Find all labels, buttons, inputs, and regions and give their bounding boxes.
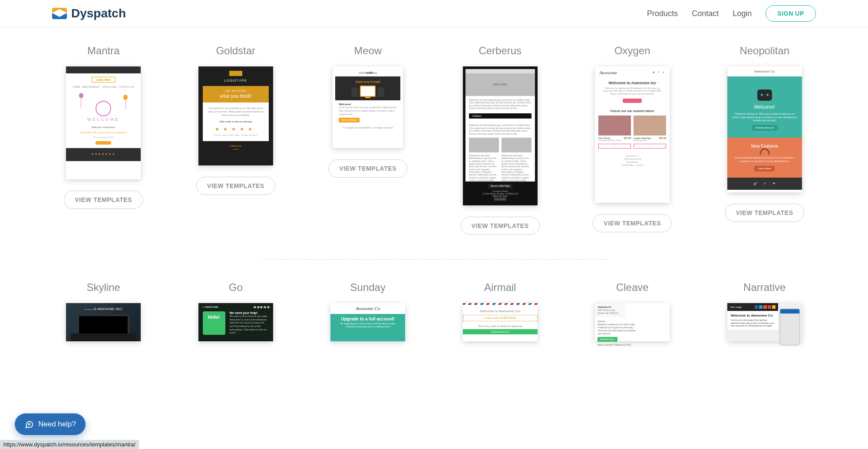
- template-thumb-neopolitan[interactable]: Awesome Co Welcome! Thanks for signing u…: [727, 66, 802, 192]
- template-title: Narrative: [743, 281, 785, 294]
- template-thumb-airmail[interactable]: Welcome to Awesome Co! Coupon code 13549…: [463, 303, 538, 341]
- primary-nav: Products Contact Login SIGN UP: [647, 5, 816, 22]
- template-title: Goldstar: [216, 45, 255, 57]
- template-thumb-oxygen[interactable]: Awesome ♥ f ≡ Welcome to Awesome Inc Tha…: [595, 66, 670, 203]
- templates-row-2: Skyline ———D AWESOME INC! Go ★AWESOME ▦ …: [48, 281, 820, 341]
- template-card-cerberus: Cerberus 600×300 Maecenas sed ante pelle…: [445, 45, 556, 235]
- nav-contact[interactable]: Contact: [692, 9, 719, 18]
- brand-name: Dyspatch: [71, 7, 126, 20]
- template-title: Go: [229, 281, 243, 294]
- template-card-neopolitan: Neopolitan Awesome Co Welcome! Thanks fo…: [709, 45, 821, 235]
- site-header: Dyspatch Products Contact Login SIGN UP: [0, 0, 868, 27]
- template-title: Sunday: [350, 281, 386, 294]
- template-thumb-narrative[interactable]: Your Logo Welcome to Awesome Co You're o…: [727, 303, 802, 341]
- template-thumb-mantra[interactable]: LoGo Here HOME · NEW PRODUCT · CATALOGUE…: [66, 66, 141, 179]
- template-card-narrative: Narrative Your Logo Welcome to Awesome C…: [709, 281, 821, 341]
- template-card-cleave: Cleave Awesome Co 1337 Swuby Lane Victor…: [577, 281, 688, 341]
- nav-login[interactable]: Login: [733, 9, 752, 18]
- logo-icon: [52, 8, 67, 19]
- view-templates-button[interactable]: VIEW TEMPLATES: [725, 204, 804, 222]
- templates-gallery: Mantra LoGo Here HOME · NEW PRODUCT · CA…: [0, 27, 868, 350]
- signup-button[interactable]: SIGN UP: [766, 5, 816, 22]
- template-title: Mantra: [87, 45, 120, 57]
- template-thumb-meow[interactable]: sendwithus Welcome Email! Welcome! Lorem…: [333, 66, 403, 148]
- template-thumb-goldstar[interactable]: LOGOTYPE LET US KNOW what you think! You…: [198, 66, 273, 165]
- view-templates-button[interactable]: VIEW TEMPLATES: [196, 177, 275, 195]
- brand-logo[interactable]: Dyspatch: [52, 7, 126, 20]
- template-card-goldstar: Goldstar LOGOTYPE LET US KNOW what you t…: [180, 45, 292, 235]
- view-templates-button[interactable]: VIEW TEMPLATES: [593, 214, 672, 232]
- template-card-mantra: Mantra LoGo Here HOME · NEW PRODUCT · CA…: [48, 45, 159, 235]
- nav-products[interactable]: Products: [647, 9, 678, 18]
- template-card-skyline: Skyline ———D AWESOME INC!: [48, 281, 159, 341]
- template-card-go: Go ★AWESOME ▦ ▦ ▦ ▦ ▦ Hello! We need you…: [180, 281, 292, 341]
- template-card-meow: Meow sendwithus Welcome Email! Welcome! …: [312, 45, 424, 235]
- social-icons: ♥ f ≡: [653, 71, 665, 74]
- templates-row-1: Mantra LoGo Here HOME · NEW PRODUCT · CA…: [48, 45, 820, 235]
- template-thumb-skyline[interactable]: ———D AWESOME INC!: [66, 303, 141, 341]
- template-card-airmail: Airmail Welcome to Awesome Co! Coupon co…: [445, 281, 556, 341]
- view-templates-button[interactable]: VIEW TEMPLATES: [328, 159, 407, 178]
- section-divider: [261, 259, 608, 260]
- template-title: Cerberus: [479, 45, 521, 57]
- template-title: Cleave: [616, 281, 649, 294]
- template-thumb-cerberus[interactable]: 600×300 Maecenas sed ante pellentesque, …: [463, 66, 538, 205]
- template-title: Skyline: [87, 281, 120, 294]
- template-title: Meow: [354, 45, 382, 57]
- view-templates-button[interactable]: VIEW TEMPLATES: [461, 217, 540, 235]
- template-title: Neopolitan: [739, 45, 789, 57]
- template-title: Airmail: [484, 281, 516, 294]
- template-thumb-sunday[interactable]: Awesome Co Upgrade to a full account! By…: [330, 303, 405, 341]
- template-thumb-cleave[interactable]: Awesome Co 1337 Swuby Lane Victoria, BC …: [595, 303, 670, 341]
- template-title: Oxygen: [614, 45, 650, 57]
- view-templates-button[interactable]: VIEW TEMPLATES: [64, 191, 143, 209]
- template-card-sunday: Sunday Awesome Co Upgrade to a full acco…: [312, 281, 424, 341]
- template-card-oxygen: Oxygen Awesome ♥ f ≡ Welcome to Awesome …: [577, 45, 688, 235]
- template-thumb-go[interactable]: ★AWESOME ▦ ▦ ▦ ▦ ▦ Hello! We need your h…: [198, 303, 273, 341]
